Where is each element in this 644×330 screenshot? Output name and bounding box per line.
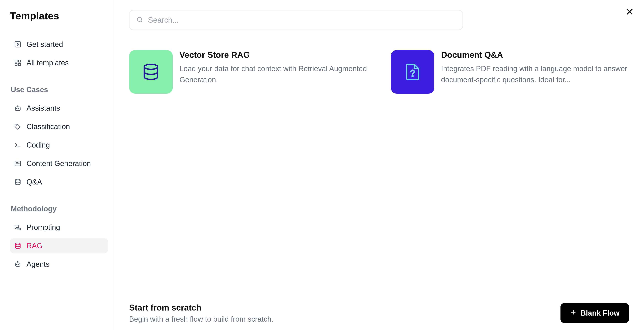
nav-item-label: RAG (26, 241, 42, 250)
svg-point-25 (144, 64, 158, 69)
nav-item-label: Assistants (26, 104, 60, 112)
svg-point-19 (16, 264, 17, 265)
sidebar-title: Templates (10, 10, 108, 22)
grid-icon (14, 59, 22, 67)
tag-icon (14, 123, 22, 130)
search-input[interactable] (148, 16, 456, 25)
svg-point-26 (412, 76, 413, 77)
footer-subtitle: Begin with a fresh flow to build from sc… (129, 315, 274, 323)
svg-rect-5 (18, 64, 21, 66)
sidebar-item-prompting[interactable]: Prompting (10, 220, 108, 235)
svg-point-7 (16, 108, 17, 109)
sidebar-item-assistants[interactable]: Assistants (10, 101, 108, 116)
database-icon (14, 178, 22, 186)
svg-point-23 (137, 17, 142, 22)
svg-point-9 (16, 125, 17, 126)
footer: Start from scratch Begin with a fresh fl… (129, 296, 629, 323)
nav-item-label: Get started (26, 40, 63, 49)
svg-point-18 (18, 261, 18, 262)
template-cards: Vector Store RAG Load your data for chat… (129, 50, 629, 94)
nav-item-label: Classification (26, 122, 70, 131)
card-desc: Integrates PDF reading with a language m… (441, 63, 629, 85)
search-icon (136, 16, 143, 24)
sidebar-item-classification[interactable]: Classification (10, 119, 108, 134)
svg-rect-6 (15, 107, 20, 111)
svg-point-8 (18, 108, 19, 109)
card-icon-file-question (391, 50, 434, 94)
nav-item-label: Q&A (26, 178, 42, 186)
svg-marker-1 (17, 43, 19, 46)
svg-rect-0 (15, 42, 21, 47)
nav-item-label: Agents (26, 260, 50, 268)
chat-icon (14, 224, 22, 231)
close-button[interactable] (624, 7, 634, 17)
svg-point-20 (18, 264, 19, 265)
svg-rect-4 (15, 64, 17, 66)
blank-flow-button[interactable]: Blank Flow (560, 303, 629, 323)
news-icon (14, 160, 22, 167)
template-card-document-qa[interactable]: Document Q&A Integrates PDF reading with… (391, 50, 629, 94)
sidebar: Templates Get started All templates Use … (0, 0, 114, 330)
nav-item-label: Prompting (26, 223, 60, 231)
footer-title: Start from scratch (129, 303, 274, 312)
nav-group-use-cases: Use Cases Assistants Classification Codi… (10, 85, 108, 193)
main-content: Vector Store RAG Load your data for chat… (114, 0, 644, 330)
card-title: Document Q&A (441, 50, 629, 60)
sidebar-item-agents[interactable]: Agents (10, 257, 108, 272)
nav-item-label: Coding (26, 141, 50, 149)
sidebar-item-content-generation[interactable]: Content Generation (10, 156, 108, 171)
bot-icon (14, 260, 22, 268)
bot-icon (14, 104, 22, 112)
play-square-icon (14, 41, 22, 48)
nav-item-label: All templates (26, 59, 69, 67)
sidebar-item-all-templates[interactable]: All templates (10, 55, 108, 70)
search-bar[interactable] (129, 10, 463, 30)
sidebar-item-get-started[interactable]: Get started (10, 37, 108, 52)
template-card-vector-store-rag[interactable]: Vector Store RAG Load your data for chat… (129, 50, 367, 94)
plus-icon (570, 309, 576, 317)
svg-rect-2 (15, 60, 17, 62)
card-title: Vector Store RAG (180, 50, 367, 60)
svg-point-15 (15, 179, 20, 181)
button-label: Blank Flow (580, 309, 620, 317)
nav-group-title: Methodology (10, 205, 108, 213)
sidebar-item-qa[interactable]: Q&A (10, 174, 108, 189)
card-desc: Load your data for chat context with Ret… (180, 63, 367, 85)
svg-point-16 (15, 243, 20, 245)
sidebar-item-rag[interactable]: RAG (10, 238, 108, 253)
nav-group-methodology: Methodology Prompting RAG Agents (10, 205, 108, 275)
nav-group-title: Use Cases (10, 85, 108, 94)
nav-group-top: Get started All templates (10, 37, 108, 74)
card-icon-database (129, 50, 173, 94)
svg-rect-3 (18, 60, 21, 62)
terminal-icon (14, 141, 22, 149)
database-icon (14, 242, 22, 249)
svg-line-24 (141, 21, 142, 22)
sidebar-item-coding[interactable]: Coding (10, 137, 108, 153)
nav-item-label: Content Generation (26, 159, 91, 168)
